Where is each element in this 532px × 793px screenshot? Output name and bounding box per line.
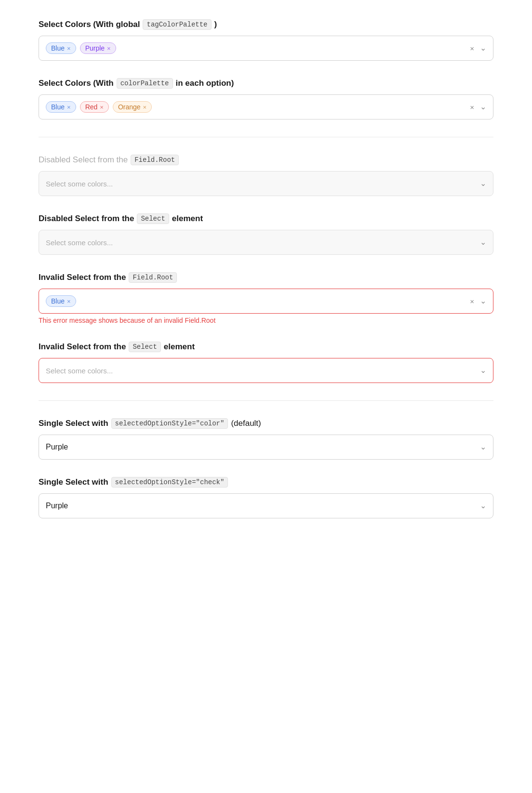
title-text: Select Colors (With global: [39, 20, 140, 29]
title-text: Invalid Select from the: [39, 273, 126, 282]
tag-remove-icon[interactable]: ×: [143, 104, 147, 110]
tag-blue[interactable]: Blue×: [46, 295, 76, 307]
select-box-invalid-field-root[interactable]: Blue××⌄: [39, 289, 493, 314]
title-text: Select Colors (With: [39, 79, 114, 88]
select-box-right: ×⌄: [470, 103, 486, 111]
chevron-down-icon[interactable]: ⌄: [480, 367, 486, 374]
chevron-down-icon[interactable]: ⌄: [480, 297, 486, 305]
page-container: Select Colors (With global tagColorPalet…: [39, 19, 493, 518]
section-option-color-palette: Select Colors (With colorPalette in each…: [39, 78, 493, 119]
chevron-down-icon[interactable]: ⌄: [480, 44, 486, 52]
title-text: Single Select with: [39, 477, 108, 487]
tag-purple[interactable]: Purple×: [80, 42, 116, 54]
select-box-right: ⌄: [480, 367, 486, 374]
select-box-global-tag-color[interactable]: Blue×Purple××⌄: [39, 36, 493, 61]
select-box-disabled-select-element[interactable]: Select some colors...⌄: [39, 230, 493, 255]
select-box-left: Blue×Red×Orange×: [46, 101, 464, 113]
select-box-left: Select some colors...: [46, 180, 474, 188]
select-box-single-select-color[interactable]: Purple⌄: [39, 435, 493, 460]
chevron-down-icon[interactable]: ⌄: [480, 103, 486, 111]
tag-remove-icon[interactable]: ×: [67, 298, 71, 304]
select-box-left: Blue×: [46, 295, 464, 307]
select-box-right: ×⌄: [470, 297, 486, 305]
code-badge: Select: [137, 213, 169, 224]
section-global-tag-color: Select Colors (With global tagColorPalet…: [39, 19, 493, 61]
select-box-right: ⌄: [480, 502, 486, 510]
select-box-right: ⌄: [480, 238, 486, 246]
section-title-global-tag-color: Select Colors (With global tagColorPalet…: [39, 19, 493, 30]
select-box-left: Purple: [46, 443, 474, 451]
section-title-invalid-field-root: Invalid Select from the Field.Root: [39, 272, 493, 283]
select-box-left: Select some colors...: [46, 238, 474, 247]
title-text: element: [172, 214, 203, 224]
title-text: Disabled Select from the: [39, 214, 134, 224]
single-select-value: Purple: [46, 502, 68, 510]
code-badge: selectedOptionStyle="check": [111, 477, 228, 488]
chevron-down-icon[interactable]: ⌄: [480, 443, 486, 451]
chevron-down-icon[interactable]: ⌄: [480, 238, 486, 246]
select-box-right: ⌄: [480, 443, 486, 451]
select-box-disabled-field-root[interactable]: Select some colors...⌄: [39, 171, 493, 196]
select-box-left: Blue×Purple×: [46, 42, 464, 54]
code-badge: Field.Root: [129, 272, 177, 283]
tag-remove-icon[interactable]: ×: [67, 45, 71, 52]
chevron-down-icon[interactable]: ⌄: [480, 180, 486, 187]
title-text: Single Select with: [39, 419, 108, 428]
section-disabled-field-root: Disabled Select from the Field.RootSelec…: [39, 155, 493, 196]
select-box-right: ×⌄: [470, 44, 486, 52]
title-text: in each option): [176, 79, 234, 88]
tag-remove-icon[interactable]: ×: [107, 45, 111, 52]
title-text: (default): [231, 419, 261, 428]
section-divider: [39, 137, 493, 137]
tag-label: Red: [85, 103, 98, 111]
section-title-disabled-field-root: Disabled Select from the Field.Root: [39, 155, 493, 165]
section-title-single-select-color: Single Select with selectedOptionStyle="…: [39, 418, 493, 429]
tag-remove-icon[interactable]: ×: [67, 104, 71, 110]
tag-label: Orange: [118, 103, 141, 111]
section-title-disabled-select-element: Disabled Select from the Select element: [39, 213, 493, 224]
title-text: element: [164, 342, 195, 352]
section-divider: [39, 400, 493, 401]
clear-icon[interactable]: ×: [470, 104, 474, 111]
section-disabled-select-element: Disabled Select from the Select elementS…: [39, 213, 493, 255]
select-box-option-color-palette[interactable]: Blue×Red×Orange××⌄: [39, 94, 493, 119]
select-box-single-select-check[interactable]: Purple⌄: [39, 493, 493, 518]
single-select-value: Purple: [46, 443, 68, 451]
title-text: Invalid Select from the: [39, 342, 126, 352]
select-placeholder: Select some colors...: [46, 238, 113, 247]
clear-icon[interactable]: ×: [470, 298, 474, 305]
code-badge: colorPalette: [117, 78, 173, 89]
section-invalid-field-root: Invalid Select from the Field.RootBlue××…: [39, 272, 493, 324]
code-badge: tagColorPalette: [143, 19, 211, 30]
code-badge: selectedOptionStyle="color": [111, 418, 228, 429]
select-box-left: Purple: [46, 502, 474, 510]
select-placeholder: Select some colors...: [46, 367, 113, 375]
tag-blue[interactable]: Blue×: [46, 101, 76, 113]
clear-icon[interactable]: ×: [470, 45, 474, 52]
tag-orange[interactable]: Orange×: [113, 101, 152, 113]
select-box-right: ⌄: [480, 180, 486, 187]
tag-label: Purple: [85, 44, 105, 52]
tag-blue[interactable]: Blue×: [46, 42, 76, 54]
title-text-disabled: Disabled Select from the: [39, 155, 128, 165]
error-message: This error message shows because of an i…: [39, 317, 493, 324]
section-single-select-color: Single Select with selectedOptionStyle="…: [39, 418, 493, 460]
section-title-invalid-select-element: Invalid Select from the Select element: [39, 342, 493, 352]
tag-label: Blue: [51, 44, 65, 52]
section-single-select-check: Single Select with selectedOptionStyle="…: [39, 477, 493, 518]
select-box-left: Select some colors...: [46, 367, 474, 375]
section-invalid-select-element: Invalid Select from the Select elementSe…: [39, 342, 493, 383]
title-text: ): [214, 20, 217, 29]
section-title-option-color-palette: Select Colors (With colorPalette in each…: [39, 78, 493, 89]
tag-red[interactable]: Red×: [80, 101, 109, 113]
code-badge: Select: [129, 342, 160, 352]
code-badge: Field.Root: [131, 155, 179, 165]
select-box-invalid-select-element[interactable]: Select some colors...⌄: [39, 358, 493, 383]
section-title-single-select-check: Single Select with selectedOptionStyle="…: [39, 477, 493, 488]
chevron-down-icon[interactable]: ⌄: [480, 502, 486, 510]
tag-remove-icon[interactable]: ×: [100, 104, 104, 110]
tag-label: Blue: [51, 297, 65, 305]
select-placeholder: Select some colors...: [46, 180, 113, 188]
tag-label: Blue: [51, 103, 65, 111]
